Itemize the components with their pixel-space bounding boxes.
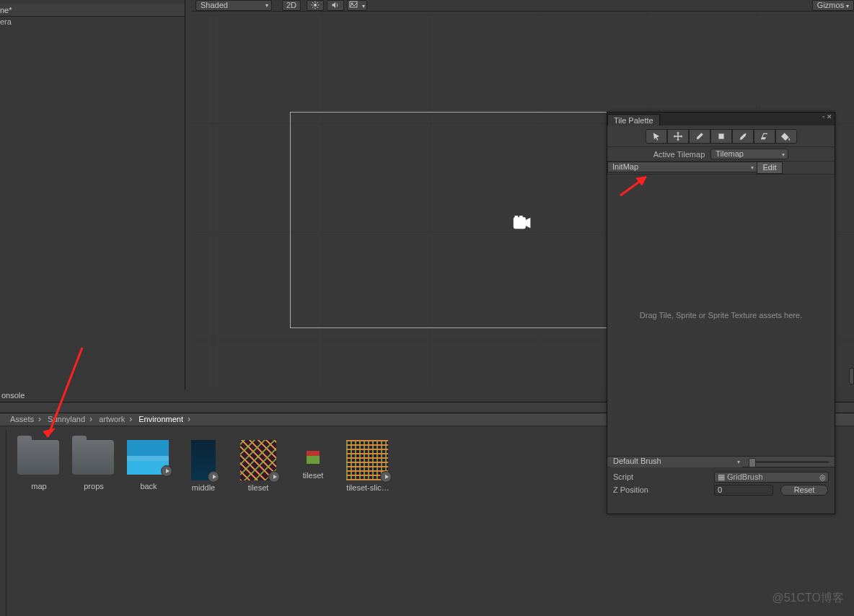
chevron-right-icon: ›: [186, 414, 192, 424]
asset-folder-props[interactable]: props: [72, 440, 115, 606]
asset-label: props: [72, 482, 115, 490]
tab-console[interactable]: onsole: [0, 391, 25, 400]
project-folder-tree[interactable]: [0, 430, 6, 616]
svg-line-5: [312, 2, 314, 4]
asset-label: back: [127, 482, 170, 490]
tile-palette-tab[interactable]: Tile Palette: [607, 114, 660, 126]
scene-toolbar: Shaded 2D Gizmos: [191, 0, 854, 12]
lighting-toggle-button[interactable]: [307, 0, 324, 11]
active-tilemap-row: Active Tilemap Tilemap: [607, 147, 835, 162]
asset-tileset-1[interactable]: tileset: [237, 440, 280, 606]
play-badge-icon: [208, 471, 219, 483]
fill-tool-button[interactable]: [775, 129, 797, 144]
asset-back[interactable]: back: [127, 440, 170, 606]
svg-line-6: [317, 7, 319, 9]
asset-middle[interactable]: middle: [182, 440, 225, 606]
sprite-thumb: [127, 440, 169, 475]
camera-name: era: [0, 17, 12, 26]
chevron-right-icon: ›: [128, 414, 133, 424]
sprite-thumb: [346, 440, 388, 480]
play-badge-icon: [161, 465, 172, 477]
sprite-thumb: [240, 440, 276, 480]
render-mode-dropdown[interactable]: Shaded: [195, 0, 272, 11]
palette-drop-hint: Drag Tile, Sprite or Sprite Texture asse…: [640, 311, 802, 320]
chevron-right-icon: ›: [88, 414, 94, 424]
tile-palette-window[interactable]: Tile Palette ▫ ✕ Active Tilemap Tilemap …: [607, 112, 835, 514]
svg-point-0: [314, 4, 317, 6]
palette-edit-button[interactable]: Edit: [757, 162, 783, 174]
tile-palette-window-controls[interactable]: ▫ ✕: [822, 113, 832, 120]
watermark: @51CTO博客: [772, 591, 844, 606]
asset-label: map: [17, 482, 61, 490]
gizmos-dropdown-button[interactable]: Gizmos: [812, 0, 854, 11]
inspector-collapse-handle[interactable]: [849, 368, 854, 384]
picker-tool-button[interactable]: [732, 129, 754, 144]
asset-tileset-sliced[interactable]: tileset-slic…: [346, 440, 389, 606]
folder-icon: [72, 440, 114, 475]
brush-tool-button[interactable]: [689, 129, 710, 144]
crumb-environment[interactable]: Environment: [136, 415, 186, 423]
asset-folder-map[interactable]: map: [17, 440, 61, 606]
eraser-tool-button[interactable]: [754, 129, 775, 144]
palette-drop-area[interactable]: Drag Tile, Sprite or Sprite Texture asse…: [607, 175, 835, 456]
brush-row: Default Brush: [607, 456, 835, 467]
tile-palette-titlebar[interactable]: Tile Palette ▫ ✕: [607, 113, 835, 126]
svg-line-7: [312, 7, 314, 9]
play-badge-icon: [380, 471, 392, 483]
toggle-2d-button[interactable]: 2D: [282, 0, 301, 11]
hierarchy-divider: [0, 16, 185, 17]
z-position-input[interactable]: 0: [714, 485, 773, 496]
box-tool-button[interactable]: [710, 129, 732, 144]
asset-label: tileset: [237, 483, 280, 492]
hierarchy-camera-row[interactable]: era: [0, 16, 185, 27]
hierarchy-scene-row[interactable]: ne*: [0, 4, 185, 16]
asset-label: tileset: [291, 471, 335, 480]
folder-icon: [17, 440, 59, 475]
asset-tileset-2[interactable]: tileset: [291, 440, 335, 606]
play-badge-icon: [268, 471, 280, 483]
scene-name: ne*: [0, 6, 12, 14]
svg-rect-13: [718, 133, 723, 138]
script-object-field[interactable]: ▦ GridBrush: [714, 472, 829, 483]
select-tool-button[interactable]: [646, 129, 667, 144]
brush-inspector: Script ▦ GridBrush Z Position 0 Reset: [607, 467, 835, 502]
camera-gizmo-icon[interactable]: [513, 216, 532, 230]
z-position-label: Z Position: [613, 485, 710, 494]
crumb-artwork[interactable]: artwork: [96, 415, 128, 423]
asset-label: tileset-slic…: [346, 483, 389, 492]
svg-line-8: [317, 2, 319, 4]
active-tilemap-label: Active Tilemap: [653, 150, 705, 159]
move-tool-button[interactable]: [667, 129, 689, 144]
sprite-thumb: [307, 451, 320, 464]
brush-size-slider[interactable]: [749, 461, 829, 463]
active-tilemap-dropdown[interactable]: Tilemap: [710, 149, 788, 159]
script-value: GridBrush: [727, 472, 763, 481]
hierarchy-panel: ne* era: [0, 0, 185, 390]
tile-palette-tool-row: [607, 126, 835, 147]
effects-dropdown-button[interactable]: [347, 0, 367, 11]
brush-dropdown[interactable]: Default Brush: [609, 457, 743, 467]
audio-toggle-button[interactable]: [327, 0, 344, 11]
script-label: Script: [613, 472, 710, 481]
palette-dropdown[interactable]: InitMap: [607, 162, 757, 172]
palette-select-row: InitMap Edit: [607, 162, 835, 175]
chevron-right-icon: ›: [37, 414, 43, 424]
z-reset-button[interactable]: Reset: [780, 485, 828, 496]
sprite-thumb: [191, 440, 216, 480]
crumb-assets[interactable]: Assets: [7, 415, 37, 423]
asset-label: middle: [182, 483, 225, 492]
crumb-sunnyland[interactable]: Sunnyland: [45, 415, 88, 423]
